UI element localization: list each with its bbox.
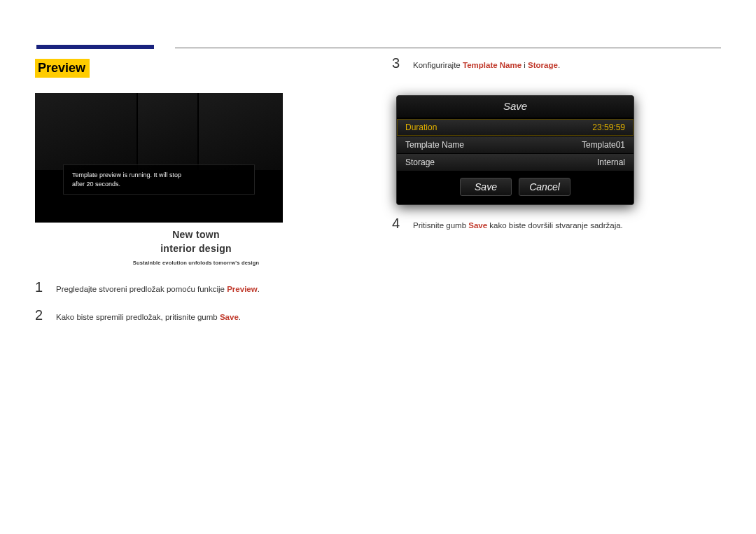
dialog-row-storage[interactable]: Storage Internal bbox=[397, 153, 634, 171]
dialog-row-value: Template01 bbox=[582, 140, 625, 150]
dialog-row-value: 23:59:59 bbox=[592, 122, 625, 132]
cancel-button[interactable]: Cancel bbox=[519, 178, 570, 196]
left-column: Preview Template preview is running. It … bbox=[35, 59, 357, 337]
section-heading: Preview bbox=[35, 59, 90, 78]
preview-layout bbox=[35, 93, 283, 170]
step-text-part: Pregledajte stvoreni predložak pomoću fu… bbox=[56, 285, 227, 293]
highlight-text: Save bbox=[468, 221, 487, 230]
left-step-list: 1 Pregledajte stvoreni predložak pomoću … bbox=[35, 280, 357, 324]
preview-panel bbox=[35, 93, 136, 170]
step-number: 1 bbox=[35, 280, 45, 294]
title-line-1: New town bbox=[172, 229, 220, 240]
highlight-text: Preview bbox=[227, 285, 257, 293]
step-item: 2 Kako biste spremili predložak, pritisn… bbox=[35, 308, 357, 323]
step-text: Konfigurirajte Template Name i Storage. bbox=[413, 57, 560, 71]
dialog-row-label: Storage bbox=[405, 157, 435, 167]
step-item: 3 Konfigurirajte Template Name i Storage… bbox=[392, 56, 721, 71]
dialog-row-value: Internal bbox=[597, 157, 625, 167]
step-text: Kako biste spremili predložak, pritisnit… bbox=[56, 309, 241, 323]
template-content-subtitle: Sustainble evolution unfolods tomorrw's … bbox=[35, 260, 357, 266]
step-text-part: Pritisnite gumb bbox=[413, 221, 468, 230]
save-dialog: Save Duration 23:59:59 Template Name Tem… bbox=[396, 95, 634, 205]
preview-panel bbox=[138, 93, 197, 170]
highlight-text: Storage bbox=[528, 61, 558, 69]
step-number: 4 bbox=[392, 216, 402, 230]
highlight-text: Template Name bbox=[463, 61, 522, 69]
title-line-2: interior design bbox=[160, 243, 232, 254]
step-text-part: Konfigurirajte bbox=[413, 61, 463, 69]
step-text-part: Kako biste spremili predložak, pritisnit… bbox=[56, 313, 220, 321]
step-text-part: . bbox=[239, 313, 241, 321]
dialog-row-label: Duration bbox=[405, 122, 437, 132]
right-column: 3 Konfigurirajte Template Name i Storage… bbox=[392, 59, 721, 337]
step-text-part: i bbox=[522, 61, 528, 69]
step-number: 3 bbox=[392, 56, 402, 70]
dialog-button-row: Save Cancel bbox=[397, 171, 634, 204]
document-page: Preview Template preview is running. It … bbox=[0, 0, 756, 337]
dialog-row-template-name[interactable]: Template Name Template01 bbox=[397, 136, 634, 153]
highlight-text: Save bbox=[220, 313, 239, 321]
right-step-list: 3 Konfigurirajte Template Name i Storage… bbox=[392, 56, 721, 71]
template-content-title: New town interior design bbox=[35, 228, 357, 255]
dialog-title: Save bbox=[397, 96, 634, 118]
step-text-part: . bbox=[258, 285, 260, 293]
save-button[interactable]: Save bbox=[460, 178, 512, 196]
preview-panel bbox=[199, 93, 283, 170]
step-number: 2 bbox=[35, 308, 45, 322]
accent-bar bbox=[36, 45, 154, 49]
step-text: Pritisnite gumb Save kako biste dovršili… bbox=[413, 218, 623, 232]
template-preview-thumbnail: Template preview is running. It will sto… bbox=[35, 93, 283, 223]
step-item: 4 Pritisnite gumb Save kako biste dovrši… bbox=[392, 216, 721, 232]
dialog-row-duration[interactable]: Duration 23:59:59 bbox=[397, 118, 634, 136]
step-text: Pregledajte stvoreni predložak pomoću fu… bbox=[56, 281, 260, 295]
step-item: 1 Pregledajte stvoreni predložak pomoću … bbox=[35, 280, 357, 295]
preview-status-message: Template preview is running. It will sto… bbox=[63, 164, 255, 195]
dialog-row-label: Template Name bbox=[405, 140, 464, 150]
horizontal-rule bbox=[175, 48, 721, 48]
two-column-layout: Preview Template preview is running. It … bbox=[35, 59, 721, 337]
step-text-part: kako biste dovršili stvaranje sadržaja. bbox=[487, 221, 623, 230]
step-text-part: . bbox=[558, 61, 560, 69]
right-step-list-2: 4 Pritisnite gumb Save kako biste dovrši… bbox=[392, 216, 721, 232]
